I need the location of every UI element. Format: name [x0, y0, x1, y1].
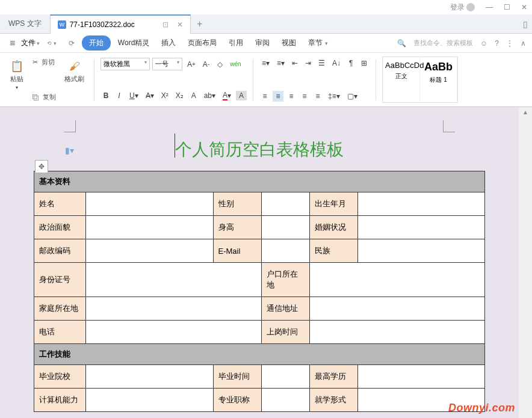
cell-value[interactable] [86, 365, 214, 389]
section-header[interactable]: 工作技能 [34, 344, 485, 365]
cell-label[interactable]: 民族 [309, 239, 357, 263]
close-button[interactable]: ✕ [521, 3, 527, 11]
cell-label[interactable]: 电话 [34, 321, 86, 344]
app-tab[interactable]: WPS 文字 [0, 14, 50, 34]
cell-label[interactable]: 邮政编码 [34, 239, 86, 263]
shrink-font-button[interactable]: A- [200, 59, 212, 70]
cell-value[interactable] [86, 216, 214, 239]
cell-value[interactable] [261, 192, 309, 216]
cell-label[interactable]: 性别 [213, 192, 261, 216]
collapse-ribbon-icon[interactable]: ∧ [521, 39, 526, 48]
font-family-select[interactable]: 微软雅黑▾ [101, 58, 150, 70]
cell-value[interactable] [357, 365, 485, 389]
cell-value[interactable] [261, 389, 309, 412]
cell-value[interactable] [86, 192, 214, 216]
italic-button[interactable]: I [114, 90, 125, 101]
new-tab-button[interactable]: + [191, 19, 209, 29]
bullets-button[interactable]: ≡▾ [259, 58, 272, 69]
sort-button[interactable]: A↓ [330, 58, 343, 69]
more-icon[interactable]: ⋮ [506, 39, 513, 48]
paste-button[interactable]: 📋 粘贴▾ [6, 57, 28, 103]
highlight-button[interactable]: ab▾ [202, 90, 218, 101]
feedback-icon[interactable]: ? [495, 39, 499, 48]
font-size-select[interactable]: 一号▾ [152, 58, 182, 70]
borders-button[interactable]: ⊞ [359, 58, 370, 69]
search-input[interactable]: 查找命令、搜索模板 [413, 38, 473, 48]
cell-label[interactable]: 毕业院校 [34, 365, 86, 389]
underline-button[interactable]: U▾ [127, 90, 141, 101]
cell-value[interactable] [309, 321, 485, 344]
maximize-button[interactable]: ☐ [504, 3, 510, 11]
cell-value[interactable] [309, 263, 485, 297]
align-justify-button[interactable]: ≡ [299, 91, 310, 102]
cell-label[interactable]: 最高学历 [309, 365, 357, 389]
tab-word-genie[interactable]: Word精灵 [113, 35, 154, 51]
bold-button[interactable]: B [101, 90, 111, 101]
font-color-button[interactable]: A▾ [220, 90, 234, 102]
cell-value[interactable] [86, 239, 214, 263]
sidebar-toggle-icon[interactable]: ▯ [519, 17, 532, 32]
search-icon[interactable]: 🔍 [397, 39, 406, 48]
cell-value[interactable] [86, 389, 214, 412]
cell-label[interactable]: 出生年月 [309, 192, 357, 216]
tab-insert[interactable]: 插入 [156, 35, 181, 51]
tab-reference[interactable]: 引用 [224, 35, 248, 51]
styles-gallery[interactable]: AaBbCcDd 正文 AaBb 标题 1 [382, 57, 458, 103]
tab-chapter[interactable]: 章节 ▾ [303, 35, 332, 51]
strike-button[interactable]: A̶▾ [143, 90, 156, 101]
cell-label[interactable]: 上岗时间 [261, 321, 309, 344]
style-normal[interactable]: AaBbCcDd 正文 [383, 57, 420, 102]
indent-right-button[interactable]: ⇥ [303, 58, 314, 69]
show-marks-button[interactable]: ¶ [345, 58, 356, 69]
tab-layout[interactable]: 页面布局 [183, 35, 221, 51]
cell-value[interactable] [261, 239, 309, 263]
hamburger-icon[interactable]: ≡ [6, 38, 19, 49]
resume-table[interactable]: 基本资料 姓名 性别 出生年月 政治面貌 身高 婚姻状况 邮政编码 E-Mail… [34, 171, 485, 412]
cell-label[interactable]: 政治面貌 [34, 216, 86, 239]
numbering-button[interactable]: ≡▾ [274, 58, 287, 69]
align-center-button[interactable]: ≡ [273, 91, 283, 102]
close-tab-icon[interactable]: ✕ [177, 20, 183, 29]
subscript-button[interactable]: X₂ [173, 90, 186, 101]
shading-button[interactable]: ▢▾ [345, 91, 360, 102]
cell-label[interactable]: E-Mail [213, 239, 261, 263]
cell-value[interactable] [86, 321, 262, 344]
vertical-scrollbar[interactable]: ▲ [519, 107, 532, 418]
cell-value[interactable] [357, 192, 485, 216]
line-spacing-button[interactable]: ‡≡▾ [326, 91, 342, 102]
cell-label[interactable]: 通信地址 [261, 297, 309, 321]
file-menu[interactable]: 文件 ▾ [21, 38, 40, 48]
cell-value[interactable] [261, 365, 309, 389]
cell-value[interactable] [86, 297, 262, 321]
grow-font-button[interactable]: A+ [185, 59, 198, 70]
clear-format-button[interactable]: ◇ [214, 59, 225, 70]
cell-value[interactable] [357, 239, 485, 263]
cell-label[interactable]: 就学形式 [309, 389, 357, 412]
minimize-button[interactable]: — [486, 3, 493, 11]
style-heading1[interactable]: AaBb 标题 1 [420, 57, 457, 102]
indent-left-button[interactable]: ⇤ [289, 58, 300, 69]
format-painter-button[interactable]: 🖌 格式刷 [61, 57, 88, 103]
cell-value[interactable] [261, 216, 309, 239]
scroll-up-icon[interactable]: ▲ [519, 107, 532, 118]
redo-button[interactable]: ⟳ [64, 37, 79, 50]
cell-label[interactable]: 专业职称 [213, 389, 261, 412]
char-border-button[interactable]: A [188, 90, 199, 101]
cell-value[interactable] [309, 297, 485, 321]
cell-label[interactable]: 户口所在地 [261, 263, 309, 297]
align-left-button[interactable]: ≡ [259, 91, 270, 102]
cell-label[interactable]: 婚姻状况 [309, 216, 357, 239]
tab-view[interactable]: 视图 [277, 35, 301, 51]
copy-button[interactable]: ⿻ 复制 [32, 93, 56, 102]
cell-label[interactable]: 计算机能力 [34, 389, 86, 412]
cut-button[interactable]: ✂ 剪切 [32, 58, 56, 67]
align-right-button[interactable]: ≡ [286, 91, 297, 102]
tab-options-icon[interactable]: ⊡ [162, 20, 169, 29]
cell-value[interactable] [86, 263, 262, 297]
table-move-handle[interactable]: ✥ [35, 160, 48, 173]
superscript-button[interactable]: X² [159, 90, 171, 101]
document-tab[interactable]: W 77-1F1030Z322.doc ⊡ ✕ [50, 14, 191, 34]
tab-start[interactable]: 开始 [82, 35, 111, 51]
cell-label[interactable]: 身份证号 [34, 263, 86, 297]
document-area[interactable]: ▮▾ ✥ 个人简历空白表格模板 基本资料 姓名 性别 出生年月 政治面貌 身高 … [0, 107, 519, 418]
